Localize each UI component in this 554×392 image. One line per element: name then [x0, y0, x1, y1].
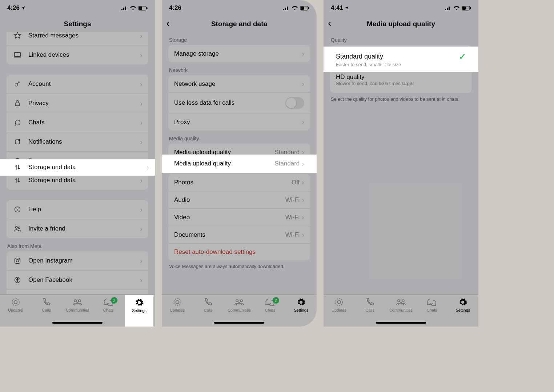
- status-right: [283, 6, 309, 11]
- gear-icon: [135, 297, 144, 308]
- documents-row[interactable]: Documents Wi-Fi ›: [168, 226, 310, 244]
- tab-label: Calls: [204, 308, 213, 312]
- quality-header: Quality: [324, 32, 478, 45]
- group-auto-dl: Photos Off › Audio Wi-Fi › Video Wi-Fi ›…: [168, 174, 310, 260]
- row-value: Off: [292, 179, 300, 186]
- open-instagram-row[interactable]: Open Instagram ›: [7, 251, 148, 271]
- invite-friend-row[interactable]: Invite a friend ›: [7, 219, 148, 238]
- back-button[interactable]: ‹: [166, 18, 169, 28]
- chats-row[interactable]: Chats ›: [7, 113, 148, 132]
- row-label: Documents: [174, 231, 285, 239]
- chevron-right-icon: ›: [302, 178, 304, 187]
- svg-point-7: [15, 84, 17, 86]
- row-label: Storage and data: [28, 177, 140, 184]
- svg-rect-30: [308, 7, 309, 9]
- phone-icon: [204, 297, 213, 307]
- home-indicator: [52, 322, 103, 324]
- quality-note: Select the quality for photos and videos…: [324, 93, 478, 105]
- chevron-right-icon: ›: [140, 99, 142, 108]
- tab-label: Settings: [132, 308, 146, 313]
- tab-label: Updates: [8, 308, 23, 312]
- svg-rect-5: [146, 7, 147, 9]
- svg-rect-40: [463, 7, 466, 9]
- key-icon: [12, 79, 23, 89]
- svg-point-17: [16, 260, 19, 262]
- linked-devices-row[interactable]: Linked devices ›: [7, 45, 148, 64]
- svg-point-15: [18, 227, 20, 229]
- notifications-row[interactable]: Notifications ›: [7, 132, 148, 152]
- time-text: 4:26: [7, 4, 20, 12]
- check-icon: ✓: [459, 52, 466, 62]
- phone-icon: [365, 297, 375, 307]
- nav-header: ‹ Media upload quality: [324, 16, 478, 32]
- row-label: Privacy: [28, 100, 140, 107]
- chevron-right-icon: ›: [302, 196, 304, 204]
- signal-icon: [283, 6, 290, 10]
- proxy-row[interactable]: Proxy ›: [168, 113, 310, 131]
- hd-quality-row[interactable]: HD quality Slower to send, can be 6 time…: [330, 69, 472, 93]
- open-threads-row[interactable]: Open Threads ›: [7, 290, 148, 294]
- row-value: Wi-Fi: [285, 231, 300, 239]
- row-label: Open Facebook: [28, 276, 140, 284]
- media-quality-header: Media quality: [162, 131, 317, 144]
- use-less-data-row[interactable]: Use less data for calls: [168, 93, 310, 113]
- svg-rect-25: [283, 9, 284, 10]
- svg-rect-27: [287, 7, 288, 10]
- chevron-right-icon: ›: [302, 49, 304, 58]
- battery-icon: [138, 6, 148, 11]
- nav-header: Settings: [0, 16, 155, 32]
- account-row[interactable]: Account ›: [7, 75, 148, 94]
- manage-storage-row[interactable]: Manage storage ›: [168, 45, 310, 62]
- open-facebook-row[interactable]: Open Facebook ›: [7, 271, 148, 290]
- svg-rect-0: [121, 9, 123, 10]
- svg-rect-26: [285, 8, 286, 10]
- row-label: Open Instagram: [28, 257, 140, 264]
- svg-rect-8: [15, 103, 20, 106]
- reset-auto-download-row[interactable]: Reset auto-download settings: [168, 244, 310, 260]
- svg-point-20: [14, 301, 17, 304]
- video-row[interactable]: Video Wi-Fi ›: [168, 209, 310, 226]
- time-text: 4:41: [331, 4, 343, 12]
- network-usage-row[interactable]: Network usage ›: [168, 75, 310, 93]
- privacy-row[interactable]: Privacy ›: [7, 94, 148, 113]
- svg-point-32: [174, 299, 181, 306]
- highlight-media-upload-quality: Media upload quality Standard ›: [162, 155, 317, 173]
- wifi-icon: [130, 6, 136, 10]
- photos-row[interactable]: Photos Off ›: [168, 174, 310, 191]
- tab-updates[interactable]: Updates: [162, 297, 193, 327]
- meta-header: Also from Meta: [0, 238, 155, 251]
- phone-icon: [42, 297, 51, 307]
- help-row[interactable]: Help ›: [7, 200, 148, 219]
- battery-icon: [300, 6, 309, 11]
- status-bar: 4:26: [0, 0, 155, 16]
- svg-point-18: [19, 259, 20, 260]
- group-network: Network usage › Use less data for calls …: [168, 75, 310, 131]
- status-right: [445, 6, 471, 11]
- status-time: 4:41: [331, 4, 349, 12]
- settings-screen: 4:26 Settings Starred messages › Linked …: [0, 0, 155, 327]
- toggle-off[interactable]: [285, 97, 304, 109]
- communities-icon: [72, 297, 83, 307]
- tab-settings[interactable]: Settings: [447, 297, 478, 327]
- chevron-right-icon: ›: [140, 257, 142, 265]
- tab-label: Settings: [294, 308, 309, 312]
- row-label: Manage storage: [174, 50, 302, 57]
- starred-messages-row[interactable]: Starred messages ›: [7, 32, 148, 45]
- svg-rect-2: [125, 7, 126, 10]
- back-button[interactable]: ‹: [328, 18, 331, 28]
- tab-updates[interactable]: Updates: [324, 297, 354, 327]
- svg-point-10: [19, 139, 20, 141]
- chevron-right-icon: ›: [140, 138, 142, 146]
- row-label: Media upload quality: [174, 160, 274, 167]
- audio-row[interactable]: Audio Wi-Fi ›: [168, 191, 310, 209]
- chevron-right-icon: ›: [302, 231, 304, 239]
- home-indicator: [376, 322, 426, 324]
- tab-settings[interactable]: Settings: [286, 297, 317, 327]
- battery-icon: [462, 6, 471, 11]
- badge: 2: [111, 297, 117, 304]
- row-label: Reset auto-download settings: [174, 248, 304, 256]
- communities-icon: [396, 297, 406, 307]
- row-label: Help: [28, 206, 140, 213]
- status-bar: 4:26: [162, 0, 317, 16]
- tab-updates[interactable]: Updates: [0, 297, 31, 327]
